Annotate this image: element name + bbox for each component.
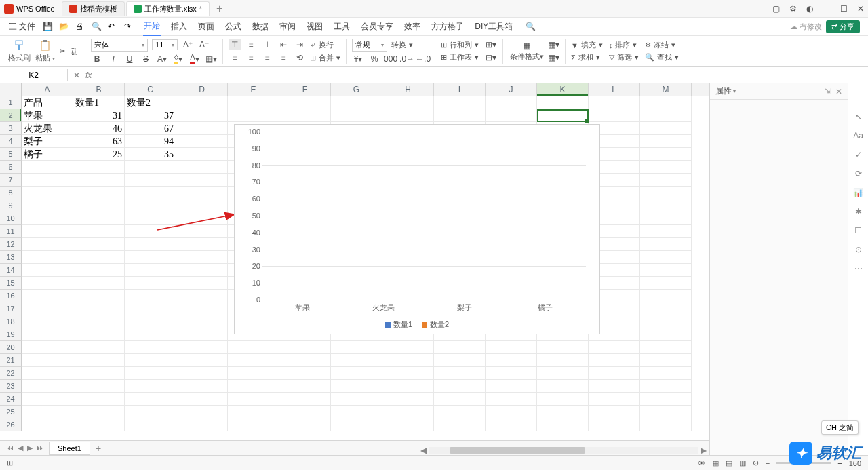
number-format-combo[interactable]: 常规▾	[352, 39, 387, 52]
font-color-button[interactable]: A▾	[156, 54, 168, 64]
cell[interactable]	[125, 302, 176, 315]
view-normal-icon[interactable]: ▦	[712, 458, 719, 467]
cell[interactable]	[176, 393, 228, 406]
cell[interactable]: 数量2	[125, 96, 176, 109]
cell[interactable]	[125, 251, 176, 264]
cell[interactable]	[434, 341, 486, 354]
cell[interactable]	[640, 380, 692, 393]
row-header[interactable]: 11	[0, 225, 22, 238]
cell[interactable]	[125, 212, 176, 225]
cell[interactable]	[125, 199, 176, 212]
reading-view-icon[interactable]: 👁	[698, 459, 705, 467]
row-header[interactable]: 5	[0, 148, 22, 161]
cell[interactable]	[22, 380, 73, 393]
cell[interactable]	[176, 96, 228, 109]
print-icon[interactable]: 🖨	[75, 22, 85, 31]
menu-formula[interactable]: 公式	[224, 18, 242, 35]
row-header[interactable]: 7	[0, 174, 22, 187]
spreadsheet-grid[interactable]: ABCDEFGHIJKLM 1产品数量1数量22苹果31373火龙果46674梨…	[0, 83, 709, 461]
table-styles-button[interactable]: ▦▾	[547, 52, 559, 63]
side-backup-icon[interactable]: ⟳	[855, 169, 862, 178]
sum-button[interactable]: Σ 求和▾	[571, 52, 603, 62]
format-painter-button[interactable]: 格式刷	[7, 39, 32, 63]
cell[interactable]	[73, 277, 125, 290]
cell[interactable]	[382, 406, 434, 418]
cell[interactable]	[176, 212, 228, 225]
menu-view[interactable]: 视图	[306, 18, 323, 35]
window-close-icon[interactable]: ✕	[857, 4, 864, 14]
col-header-L[interactable]: L	[589, 83, 640, 96]
cell[interactable]	[589, 341, 640, 354]
cell[interactable]	[228, 354, 279, 367]
cell[interactable]	[279, 354, 331, 367]
cell[interactable]	[22, 315, 73, 328]
cell[interactable]	[125, 393, 176, 406]
sort-button[interactable]: ↕ 排序▾	[609, 40, 639, 50]
cell[interactable]	[228, 341, 279, 354]
cell[interactable]	[434, 380, 486, 393]
cell[interactable]	[228, 393, 279, 406]
cell[interactable]	[176, 328, 228, 341]
zoom-out-button[interactable]: −	[766, 459, 770, 467]
col-header-D[interactable]: D	[176, 83, 228, 96]
cell[interactable]	[125, 418, 176, 431]
cell[interactable]	[537, 393, 589, 406]
cell[interactable]: 产品	[22, 96, 73, 109]
cell[interactable]	[486, 109, 537, 122]
cell[interactable]	[434, 96, 486, 109]
row-header[interactable]: 14	[0, 264, 22, 277]
cell[interactable]	[125, 380, 176, 393]
formula-input[interactable]	[97, 74, 868, 77]
cell[interactable]: 31	[73, 109, 125, 122]
cell[interactable]	[176, 406, 228, 418]
cell[interactable]	[176, 148, 228, 161]
row-header[interactable]: 19	[0, 328, 22, 341]
cell[interactable]	[22, 174, 73, 187]
cell[interactable]	[331, 96, 382, 109]
row-header[interactable]: 23	[0, 380, 22, 393]
cell[interactable]	[486, 406, 537, 418]
col-header-G[interactable]: G	[331, 83, 382, 96]
font-color-2-button[interactable]: A▾	[189, 54, 201, 64]
cell[interactable]	[228, 367, 279, 380]
side-help-icon[interactable]: ☐	[854, 226, 862, 235]
cell[interactable]: 94	[125, 135, 176, 148]
cell[interactable]	[434, 354, 486, 367]
col-header-A[interactable]: A	[22, 83, 73, 96]
cell[interactable]	[640, 315, 692, 328]
cell[interactable]: 67	[125, 122, 176, 135]
cell[interactable]	[73, 302, 125, 315]
cell[interactable]	[176, 135, 228, 148]
col-header-I[interactable]: I	[434, 83, 486, 96]
row-header[interactable]: 21	[0, 354, 22, 367]
row-header[interactable]: 16	[0, 290, 22, 302]
align-center-button[interactable]: ≡	[245, 52, 257, 63]
cell[interactable]	[22, 418, 73, 431]
cell[interactable]	[382, 109, 434, 122]
cell[interactable]	[73, 328, 125, 341]
settings-icon[interactable]: ⚙	[789, 4, 797, 14]
cell[interactable]	[537, 109, 589, 122]
window-square-icon[interactable]: ▢	[772, 4, 780, 14]
cell[interactable]	[125, 238, 176, 251]
side-select-icon[interactable]: ↖	[855, 112, 862, 121]
cell-styles-button[interactable]: ▦▾	[547, 39, 559, 50]
cell[interactable]	[73, 380, 125, 393]
cell[interactable]	[382, 418, 434, 431]
cell[interactable]	[176, 354, 228, 367]
sheet-nav[interactable]: ⏮◀▶⏭	[4, 444, 46, 452]
indent-decrease-button[interactable]: ⇤	[277, 39, 290, 50]
cell[interactable]	[22, 393, 73, 406]
cell[interactable]	[382, 341, 434, 354]
strikethrough-button[interactable]: S	[140, 54, 152, 64]
cell[interactable]	[640, 238, 692, 251]
cell[interactable]	[125, 406, 176, 418]
cell[interactable]: 46	[73, 122, 125, 135]
menu-insert[interactable]: 插入	[170, 18, 188, 35]
cell[interactable]	[73, 264, 125, 277]
align-right-button[interactable]: ≡	[261, 52, 273, 63]
cell[interactable]	[22, 212, 73, 225]
side-overflow-icon[interactable]: ⋯	[854, 264, 863, 273]
number-convert-button[interactable]: 转换▾	[391, 40, 413, 50]
row-header[interactable]: 12	[0, 238, 22, 251]
